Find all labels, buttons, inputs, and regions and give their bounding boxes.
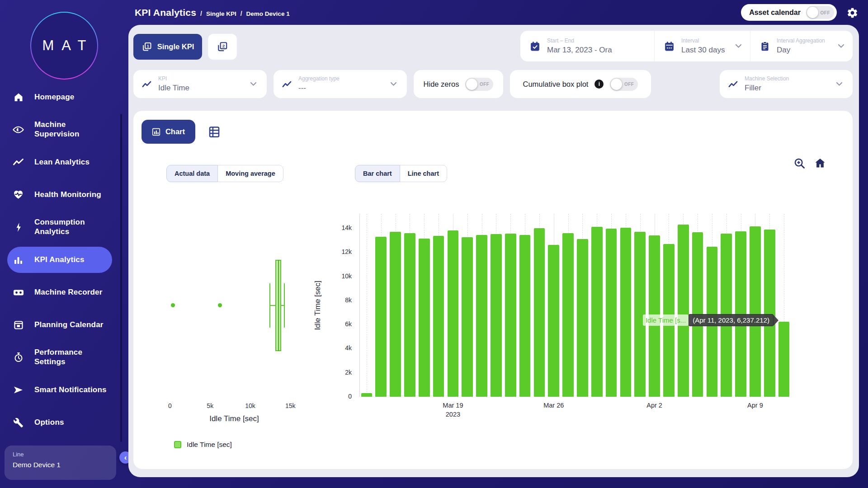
sidebar-item-homepage[interactable]: Homepage: [0, 81, 128, 113]
interval-aggregation-field[interactable]: Interval Aggregation Day: [750, 31, 853, 61]
outlier-point[interactable]: [218, 303, 222, 307]
bar-mar-19[interactable]: [448, 230, 459, 397]
sidebar-item-machine-recorder[interactable]: Machine Recorder: [0, 276, 128, 309]
sidebar-item-machine-supervision[interactable]: Machine Supervision: [0, 113, 128, 146]
chevron-down-icon: [836, 82, 843, 86]
settings-gear-icon[interactable]: [846, 7, 859, 19]
chart-legend[interactable]: Idle Time [sec]: [174, 441, 232, 449]
info-icon[interactable]: i: [594, 80, 604, 89]
bar-mar-16[interactable]: [404, 233, 415, 397]
trend-line-icon: [282, 80, 292, 89]
aggregation-type-select[interactable]: Aggregation type ---: [274, 70, 407, 98]
bar-mar-28[interactable]: [577, 239, 588, 397]
data-mode-toggle-group: Actual data Moving average: [166, 165, 283, 182]
y-tick-label: 14k: [324, 224, 352, 231]
bar-mar-22[interactable]: [491, 234, 502, 397]
bar-apr-4[interactable]: [678, 225, 689, 397]
chart-view-tab[interactable]: Chart: [142, 120, 195, 144]
bar-mar-27[interactable]: [562, 233, 574, 397]
sidebar-item-consumption-analytics[interactable]: Consumption Analytics: [0, 211, 128, 244]
chart-zoom-icon[interactable]: [793, 157, 806, 170]
sidebar-item-planning-calendar[interactable]: Planning Calendar: [0, 309, 128, 341]
whisker-cap: [284, 283, 285, 328]
sidebar-item-label: Smart Notifications: [34, 385, 107, 395]
clipboard-icon: [760, 41, 770, 52]
hide-zeros-switch[interactable]: OFF: [465, 78, 493, 91]
single-kpi-tab[interactable]: 1 Single KPI: [133, 34, 202, 60]
bar-mar-29[interactable]: [591, 227, 603, 397]
table-view-tab[interactable]: [205, 123, 224, 141]
bar-mar-20[interactable]: [462, 237, 473, 397]
device-card-value: Demo Device 1: [13, 461, 108, 469]
machine-selection-select[interactable]: Machine Selection Filler: [720, 70, 853, 98]
asset-calendar-label: Asset calendar: [749, 9, 801, 17]
bar-mar-25[interactable]: [534, 228, 545, 397]
bar-mar-31[interactable]: [620, 228, 632, 397]
bar-mar-15[interactable]: [390, 232, 401, 397]
lightning-bolt-icon: [12, 222, 24, 233]
line-chart-chip[interactable]: Line chart: [400, 165, 447, 182]
sidebar-scrollbar[interactable]: [120, 114, 122, 442]
start-end-field[interactable]: Start – End Mar 13, 2023 - Ora: [520, 31, 654, 61]
bar-mar-13[interactable]: [361, 393, 373, 397]
legend-swatch: [174, 441, 181, 448]
sidebar-item-label: Homepage: [34, 93, 75, 102]
chart-tab-label: Chart: [165, 127, 185, 136]
sidebar-item-label: Machine Recorder: [34, 288, 103, 297]
svg-text:1: 1: [146, 43, 149, 48]
bar-apr-10[interactable]: [764, 230, 775, 397]
sidebar-item-kpi-analytics[interactable]: KPI Analytics: [0, 244, 128, 276]
y-tick-label: 4k: [324, 344, 352, 352]
outlier-point[interactable]: [171, 303, 175, 307]
chart-reset-home-icon[interactable]: [813, 156, 827, 170]
sidebar-item-lean-analytics[interactable]: Lean Analytics: [0, 146, 128, 178]
bar-mar-17[interactable]: [419, 239, 430, 397]
sidebar-item-label: Planning Calendar: [34, 320, 104, 330]
actual-data-chip[interactable]: Actual data: [166, 165, 218, 182]
asset-calendar-switch[interactable]: OFF: [806, 6, 834, 19]
bar-mar-26[interactable]: [548, 245, 559, 397]
bar-chart-icon: [12, 255, 24, 265]
bar-apr-11[interactable]: [778, 322, 790, 397]
sidebar: MAT Homepage Machine Supervision: [0, 0, 128, 488]
breadcrumb-device[interactable]: Demo Device 1: [246, 10, 290, 17]
x-tick-label: 0: [168, 402, 172, 409]
tooltip-series-name: Idle Time [s...: [643, 314, 689, 326]
sidebar-item-label: Lean Analytics: [34, 158, 90, 167]
logo-text: MAT: [34, 38, 94, 54]
table-icon: [208, 125, 221, 139]
bar-mar-24[interactable]: [519, 235, 531, 397]
device-card-label: Line: [13, 451, 108, 458]
sidebar-item-smart-notifications[interactable]: Smart Notifications: [0, 374, 128, 406]
breadcrumb-separator: /: [200, 10, 202, 17]
device-card[interactable]: Line Demo Device 1: [5, 446, 116, 480]
breadcrumb-single-kpi[interactable]: Single KPI: [206, 10, 236, 17]
sidebar-item-health-monitoring[interactable]: Health Monitoring: [0, 178, 128, 211]
bar-mar-21[interactable]: [476, 235, 487, 397]
moving-average-chip[interactable]: Moving average: [217, 165, 283, 182]
bar-chart-chip[interactable]: Bar chart: [355, 165, 400, 182]
cumulative-box-plot-switch[interactable]: OFF: [610, 78, 638, 91]
x-tick-label: Mar 192023: [443, 401, 463, 419]
bar-apr-9[interactable]: [750, 226, 761, 397]
bar-mar-14[interactable]: [375, 237, 387, 397]
tooltip-arrow: [774, 315, 778, 326]
kpi-select[interactable]: KPI Idle Time: [133, 70, 267, 98]
toggle-state: OFF: [624, 82, 634, 87]
home-icon: [12, 92, 24, 103]
box-plot-canvas[interactable]: [170, 214, 298, 397]
asset-calendar-toggle-pill[interactable]: Asset calendar OFF: [741, 4, 837, 21]
interval-field[interactable]: Interval Last 30 days: [654, 31, 750, 61]
chevron-down-icon: [250, 82, 257, 86]
sidebar-item-options[interactable]: Options: [0, 406, 128, 439]
x-tick-label: 5k: [207, 402, 213, 409]
multi-kpi-tab[interactable]: 2: [208, 34, 237, 60]
bar-mar-30[interactable]: [606, 229, 617, 397]
y-tick-label: 0: [324, 393, 352, 400]
toggle-state: OFF: [821, 10, 830, 15]
bar-mar-23[interactable]: [505, 234, 516, 397]
bar-chart-canvas[interactable]: [359, 214, 791, 397]
sidebar-item-performance-settings[interactable]: Performance Settings: [0, 341, 128, 374]
eye-icon: [12, 124, 24, 135]
bar-mar-18[interactable]: [433, 236, 444, 397]
